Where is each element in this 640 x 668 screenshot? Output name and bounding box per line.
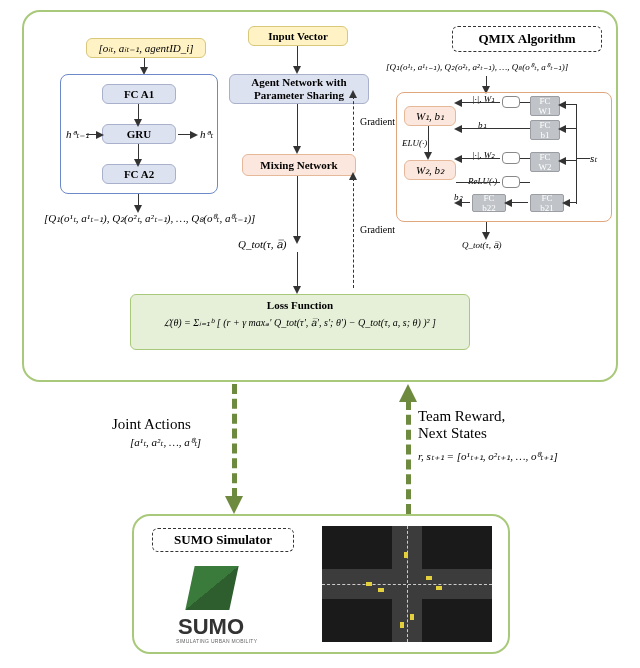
algorithm-title: QMIX Algorithm: [452, 26, 602, 52]
arrow-head: [454, 155, 462, 163]
arrow-seg: [297, 104, 298, 148]
loss-title: Loss Function: [267, 299, 333, 311]
arrow-head: [134, 119, 142, 127]
arrow-head: [482, 232, 490, 240]
arrow-head: [454, 125, 462, 133]
fc-w2: FC W2: [530, 152, 560, 172]
fc-b22: FC b22: [472, 194, 506, 212]
fc-w1: FC W1: [530, 96, 560, 116]
gradient-label-1: Gradient: [360, 116, 395, 127]
qtot-out-label: Q_tot(τ, a̅): [462, 240, 502, 250]
arrow-head: [293, 236, 301, 244]
reward-title-l2: Next States: [418, 425, 487, 441]
elu-label: ELU(·): [402, 138, 427, 148]
loss-expr: 𝓛(θ) = Σᵢ₌₁ᵇ [ (r + γ maxₐ′ Q_tot(τ′, a̅…: [164, 317, 436, 329]
sumo-name: SUMO: [178, 614, 244, 640]
arrow-seg: [576, 158, 590, 159]
arrow-down-icon: [225, 496, 243, 514]
loss-function-box: Loss Function 𝓛(θ) = Σᵢ₌₁ᵇ [ (r + γ maxₐ…: [130, 294, 470, 350]
arrow-head: [558, 157, 566, 165]
h-out-label: hᵃₜ: [200, 128, 213, 141]
abs-node-1: [502, 96, 520, 108]
input-vector-expr: [oᵢₜ, aᵢₜ₋₁, agentID_i]: [86, 38, 206, 58]
reward-states-expr: r, sₜ₊₁ = [o¹ₜ₊₁, o²ₜ₊₁, …, o⁸ₜ₊₁]: [418, 450, 558, 463]
w2b2-box: W₂, b₂: [404, 160, 456, 180]
arrow-head: [562, 199, 570, 207]
arrow-seg: [520, 102, 530, 103]
relu-label: ReLU(·): [468, 176, 497, 186]
fc-b21: FC b21: [530, 194, 564, 212]
joint-actions-connector: [232, 384, 237, 498]
qmix-panel: QMIX Algorithm Input Vector [oᵢₜ, aᵢₜ₋₁,…: [22, 10, 618, 382]
relu-node: [502, 176, 520, 188]
arrow-head: [349, 90, 357, 98]
mixing-network-box: Mixing Network: [242, 154, 356, 176]
arrow-up-icon: [399, 384, 417, 402]
arrow-head: [558, 101, 566, 109]
arrow-head: [293, 146, 301, 154]
arrow-seg: [520, 182, 530, 183]
sumo-logo-icon: [185, 566, 238, 610]
joint-actions-expr: [a¹ₜ, a²ₜ, …, a⁸ₜ]: [130, 436, 201, 449]
arrow-head: [504, 199, 512, 207]
gradient-label-2: Gradient: [360, 224, 395, 235]
intersection-render: [322, 526, 492, 642]
abs-node-2: [502, 152, 520, 164]
arrow-head: [454, 99, 462, 107]
agent-network-title1: Agent Network with: [251, 76, 346, 88]
mixing-q-input: [Q₁(o¹ₜ, a¹ₜ₋₁), Q₂(o²ₜ, a²ₜ₋₁), …, Q₈(o…: [386, 62, 568, 72]
fc-a1: FC A1: [102, 84, 176, 104]
arrow-seg: [428, 126, 429, 154]
arrow-seg: [297, 46, 298, 68]
arrow-seg: [456, 128, 530, 129]
arrow-head: [349, 172, 357, 180]
arrow-head: [293, 66, 301, 74]
input-vector-box: Input Vector: [248, 26, 348, 46]
arrow-seg: [297, 252, 298, 288]
agent-network-title2: Parameter Sharing: [254, 89, 344, 101]
agent-network-box: Agent Network with Parameter Sharing: [229, 74, 369, 104]
reward-title-l1: Team Reward,: [418, 408, 505, 424]
reward-states-title: Team Reward, Next States: [418, 408, 505, 443]
arrow-head: [134, 159, 142, 167]
fc-a2: FC A2: [102, 164, 176, 184]
joint-actions-title: Joint Actions: [112, 416, 191, 433]
st-label: sₜ: [590, 152, 597, 165]
arrow-seg: [297, 176, 298, 238]
gradient-arrow-agent: [353, 96, 354, 151]
arrow-seg: [456, 102, 500, 103]
arrow-head: [190, 131, 198, 139]
simulator-title: SUMO Simulator: [152, 528, 294, 552]
gradient-arrow-mixing: [353, 178, 354, 288]
qtot-label: Q_tot(τ, a̅): [238, 238, 286, 251]
arrow-seg: [520, 158, 530, 159]
arrow-seg: [456, 158, 500, 159]
arrow-head: [293, 286, 301, 294]
arrow-seg: [576, 104, 577, 204]
fc-b1: FC b1: [530, 120, 560, 140]
agent-q-output: [Q₁(o¹ₜ, a¹ₜ₋₁), Q₂(o²ₜ, a²ₜ₋₁), …, Q₈(o…: [44, 212, 255, 225]
arrow-seg: [456, 182, 500, 183]
arrow-head: [454, 199, 462, 207]
reward-states-connector: [406, 400, 411, 514]
gru: GRU: [102, 124, 176, 144]
arrow-head: [96, 131, 104, 139]
arrow-head: [424, 152, 432, 160]
sumo-panel: SUMO Simulator SUMO SIMULATING URBAN MOB…: [132, 514, 510, 654]
sumo-sub: SIMULATING URBAN MOBILITY: [176, 638, 257, 644]
arrow-head: [558, 125, 566, 133]
w1b1-box: W₁, b₁: [404, 106, 456, 126]
